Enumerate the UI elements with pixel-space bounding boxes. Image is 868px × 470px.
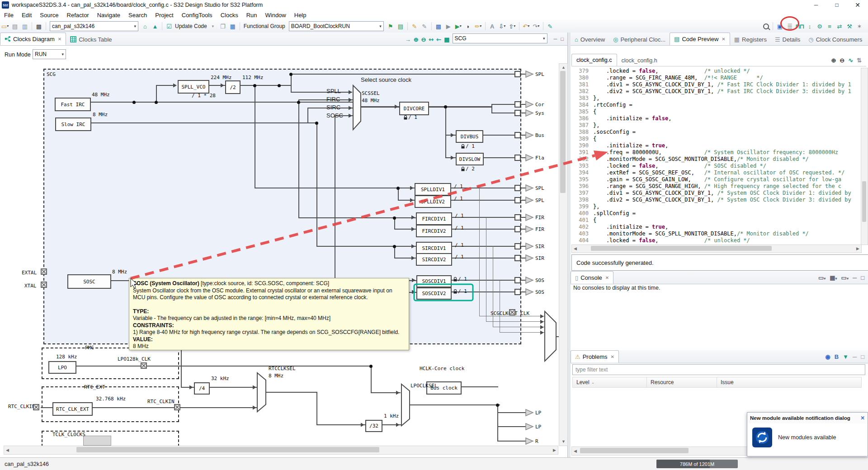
menu-configtools[interactable]: ConfigTools xyxy=(178,11,217,19)
dcd-perspective-icon[interactable]: ⚒ xyxy=(845,22,854,30)
upload-icon[interactable]: ⇧▾ xyxy=(508,22,516,30)
filter-icon[interactable]: ▼ xyxy=(843,353,849,360)
menu-refactor[interactable]: Refactor xyxy=(63,11,93,19)
lpo-box[interactable]: LPO xyxy=(48,361,76,374)
lines-perspective-icon[interactable]: ≡ xyxy=(826,22,834,30)
lightbulb-icon[interactable]: ◉ xyxy=(825,353,830,360)
peripherals-perspective-icon[interactable]: ⚙ xyxy=(816,22,824,30)
maximize-view-icon[interactable]: □ xyxy=(861,353,864,360)
pen-icon[interactable]: ✏▾ xyxy=(474,22,482,30)
warning-icon[interactable]: ▲ xyxy=(151,22,159,30)
new-console-icon[interactable]: ▭▾ xyxy=(818,274,826,281)
letter-a-icon[interactable]: A xyxy=(488,22,496,30)
config-home-icon[interactable]: ⌂ xyxy=(141,22,149,30)
project-combo[interactable]: can_pal_s32k146▾ xyxy=(50,21,138,31)
grid-icon[interactable]: ▦ xyxy=(229,22,237,30)
soscdiv1-box[interactable]: SOSCDIV1 xyxy=(416,275,452,287)
column-level[interactable]: Level⌄ xyxy=(572,377,647,388)
notification-body[interactable]: New modules available xyxy=(778,434,836,441)
maximize-button[interactable]: □ xyxy=(826,0,847,10)
update-code-dropdown-icon[interactable]: ▾ xyxy=(209,22,217,30)
tab-console[interactable]: ▯ Console✕ xyxy=(571,271,613,284)
close-icon[interactable]: ✕ xyxy=(58,37,61,42)
close-icon[interactable]: ✕ xyxy=(611,354,614,359)
redo-icon[interactable]: ↷▾ xyxy=(532,22,540,30)
menu-navigate[interactable]: Navigate xyxy=(93,11,124,19)
fircdiv2-divider-value[interactable]: / 1 xyxy=(455,225,464,231)
menu-clocks[interactable]: Clocks xyxy=(217,11,242,19)
copy-doc-icon[interactable]: ❐ xyxy=(219,22,227,30)
sosc-box[interactable]: SOSC xyxy=(67,274,111,289)
fircdiv2-box[interactable]: FIRCDIV2 xyxy=(416,225,452,237)
code-chart-icon[interactable]: ∿ xyxy=(848,57,853,64)
code-vscrollbar[interactable] xyxy=(861,68,868,245)
divcore-divider-value[interactable]: / 1 xyxy=(404,114,417,120)
b-icon[interactable]: B xyxy=(835,353,839,360)
functional-group-combo[interactable]: BOARD_BootClockRUN▾ xyxy=(289,21,384,31)
soscdiv2-divider-value[interactable]: / 1 xyxy=(453,288,467,294)
problems-filter-input[interactable]: type filter text xyxy=(572,364,865,375)
div2-box[interactable]: /2 xyxy=(225,80,241,94)
divslow-divider-value[interactable]: / 2 xyxy=(461,166,475,172)
bookmark-pen-icon[interactable]: ✎ xyxy=(546,22,554,30)
maximize-view-icon[interactable]: □ xyxy=(861,274,864,281)
tab-problems[interactable]: ⚠ Problems✕ xyxy=(571,350,619,363)
close-icon[interactable]: ✕ xyxy=(722,37,725,42)
splldiv1-divider-value[interactable]: / 1 xyxy=(454,183,463,189)
code-zoom-in-icon[interactable]: ⊕ xyxy=(831,57,836,64)
save-icon[interactable]: ▤ xyxy=(11,22,19,30)
code-editor[interactable]: 379 .locked = false, /* unlocked */380 .… xyxy=(572,68,865,244)
diagram-hscrollbar[interactable]: ◀ ▶ xyxy=(4,446,558,455)
binary-doc-icon[interactable]: ▩ xyxy=(35,22,43,30)
sircdiv2-divider-value[interactable]: / 1 xyxy=(455,254,464,260)
tab-code-preview[interactable]: ▤Code Preview✕ xyxy=(670,33,730,45)
menu-window[interactable]: Window xyxy=(261,11,290,19)
code-zoom-out-icon[interactable]: ⊖ xyxy=(840,57,844,64)
minimize-view-icon[interactable]: ─ xyxy=(853,353,857,360)
close-button[interactable]: ✕ xyxy=(847,0,868,10)
rtc-clk-ext-box[interactable]: RTC_CLK_EXT xyxy=(52,402,93,416)
display-console-icon[interactable]: ▩▾ xyxy=(830,274,837,281)
div32-box[interactable]: /32 xyxy=(365,420,382,432)
fit-height-icon[interactable]: ⇽ xyxy=(436,36,441,43)
download-icon[interactable]: ⇩▾ xyxy=(498,22,506,30)
tab-peripheral-clocks[interactable]: ◎Peripheral Cloc... xyxy=(609,33,670,45)
collapse-arrow-icon[interactable]: → xyxy=(405,36,411,43)
update-code-check-icon[interactable]: ☑ xyxy=(165,22,173,30)
close-icon[interactable]: ✕ xyxy=(605,275,609,280)
menu-search[interactable]: Search xyxy=(124,11,151,19)
menu-run[interactable]: Run xyxy=(242,11,261,19)
fircdiv1-divider-value[interactable]: / 1 xyxy=(455,213,464,219)
splldiv1-box[interactable]: SPLLDIV1 xyxy=(415,183,451,196)
div4-box[interactable]: /4 xyxy=(194,382,210,395)
divcore-box[interactable]: DIVCORE xyxy=(399,102,429,115)
slow-irc-box[interactable]: Slow IRC xyxy=(55,118,91,131)
diagram-scope-combo[interactable]: SCG▾ xyxy=(453,33,547,43)
column-issue[interactable]: Issue xyxy=(717,377,862,388)
diagram-vscrollbar[interactable]: ▲ ▼ xyxy=(559,63,568,446)
minimize-view-icon[interactable]: ─ xyxy=(853,274,857,281)
undo-icon[interactable]: ↶▾ xyxy=(522,22,530,30)
notes-icon[interactable]: ▤ xyxy=(396,22,405,30)
zoom-out-icon[interactable]: ⊖ xyxy=(421,36,426,43)
menu-file[interactable]: File xyxy=(0,11,18,19)
minimize-view-icon[interactable]: ─ xyxy=(554,36,557,42)
flag-icon[interactable]: ⚑ xyxy=(387,22,395,30)
swap-perspective-icon[interactable]: ⇄ xyxy=(835,22,844,30)
fit-width-icon[interactable]: ⇿ xyxy=(429,36,434,43)
chat-icon[interactable]: ▩ xyxy=(434,22,443,30)
tab-details[interactable]: ☰Details xyxy=(771,33,804,45)
sircdiv2-box[interactable]: SIRCDIV2 xyxy=(416,253,452,266)
pencil-gray-icon[interactable]: ✎ xyxy=(420,22,429,30)
memory-gauge[interactable]: 786M of 1201M xyxy=(656,460,738,468)
tab-clocks-table[interactable]: Clocks Table xyxy=(66,33,116,45)
save-all-icon[interactable]: ▥ xyxy=(21,22,29,30)
notification-close-icon[interactable]: ✕ xyxy=(860,415,865,421)
soscdiv2-box[interactable]: SOSCDIV2 xyxy=(416,287,452,300)
menu-edit[interactable]: Edit xyxy=(18,11,36,19)
run-icon[interactable]: ▶▾ xyxy=(454,22,462,30)
menu-project[interactable]: Project xyxy=(151,11,177,19)
tab-overview[interactable]: ⌂Overview xyxy=(571,33,609,45)
file-tab-clock-config-c[interactable]: clock_config.c xyxy=(571,54,617,66)
settings-perspective-icon[interactable]: ✶ xyxy=(855,22,863,30)
